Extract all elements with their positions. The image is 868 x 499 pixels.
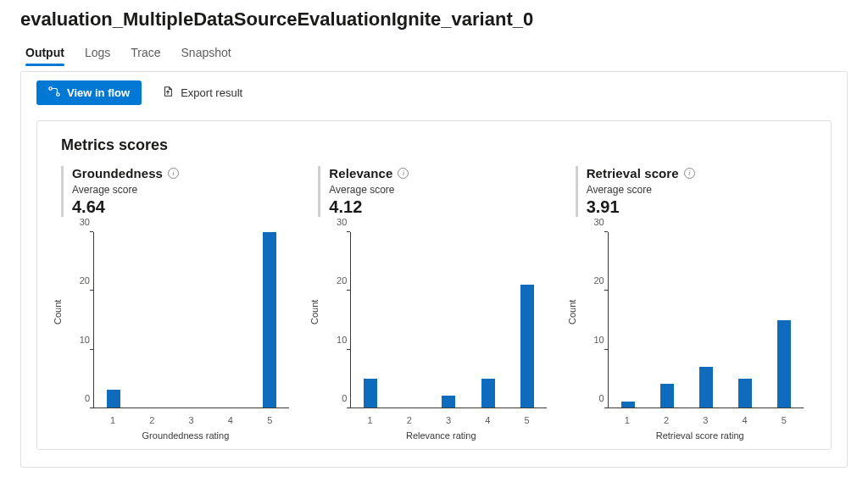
bar	[777, 320, 791, 408]
bar	[738, 379, 752, 408]
export-result-label: Export result	[181, 86, 242, 99]
x-tick-label: 3	[189, 415, 194, 425]
info-icon[interactable]: i	[398, 168, 409, 179]
metric-title-text: Retrieval score	[587, 166, 679, 180]
bar	[481, 379, 495, 408]
avg-score-label: Average score	[587, 184, 807, 196]
info-icon[interactable]: i	[684, 168, 695, 179]
x-tick-label: 2	[149, 415, 154, 425]
tab-logs[interactable]: Logs	[85, 41, 110, 66]
y-tick-label: 20	[576, 275, 604, 286]
x-axis-label: Retrieval score rating	[656, 430, 744, 441]
y-tick-label: 10	[576, 335, 604, 345]
metric-cards: Groundedness i Average score 4.64 010203…	[37, 166, 831, 441]
bar	[442, 396, 455, 408]
x-tick-label: 2	[407, 415, 412, 425]
metric-card-retrieval: Retrieval score i Average score 3.91 010…	[576, 166, 807, 441]
bar	[364, 379, 377, 408]
section-title: Metrics scores	[37, 136, 831, 166]
bar	[520, 285, 534, 408]
avg-score-value: 4.12	[329, 197, 549, 217]
tab-snapshot[interactable]: Snapshot	[181, 41, 231, 66]
y-tick-label: 10	[318, 335, 347, 345]
metric-title: Relevance i	[329, 166, 549, 180]
avg-score-value: 4.64	[72, 197, 292, 217]
bar	[699, 367, 713, 408]
bar	[107, 390, 120, 408]
metric-card-relevance: Relevance i Average score 4.12 010203012…	[318, 166, 549, 441]
y-tick-label: 0	[318, 393, 347, 403]
chart-groundedness: 010203012345CountGroundedness rating	[61, 229, 292, 441]
y-axis-label: Count	[53, 299, 63, 324]
x-tick-label: 1	[625, 415, 630, 425]
metric-title: Retrieval score i	[587, 166, 807, 180]
x-tick-label: 1	[367, 415, 372, 425]
view-in-flow-button[interactable]: View in flow	[36, 80, 142, 105]
x-tick-label: 4	[485, 415, 490, 425]
bar	[660, 384, 674, 408]
export-icon	[162, 86, 174, 100]
avg-score-label: Average score	[72, 184, 292, 196]
page-title: evaluation_MultipleDataSourceEvaluationI…	[0, 0, 868, 36]
x-axis-label: Relevance rating	[406, 430, 476, 441]
metrics-panel: Metrics scores Groundedness i Average sc…	[36, 120, 832, 450]
x-tick-label: 4	[228, 415, 233, 425]
info-icon[interactable]: i	[168, 168, 179, 179]
metric-header: Groundedness i Average score 4.64	[61, 166, 292, 217]
bar	[621, 402, 635, 408]
svg-point-1	[57, 93, 60, 97]
toolbar: View in flow Export result	[21, 72, 847, 114]
metric-title-text: Relevance	[329, 166, 392, 180]
tab-output[interactable]: Output	[25, 41, 64, 66]
y-tick-label: 20	[61, 275, 90, 286]
avg-score-label: Average score	[329, 184, 549, 196]
x-tick-label: 1	[110, 415, 115, 425]
x-tick-label: 2	[664, 415, 669, 425]
metric-title: Groundedness i	[72, 166, 292, 180]
x-tick-label: 4	[743, 415, 748, 425]
flow-icon	[48, 86, 60, 100]
y-axis-label: Count	[309, 299, 320, 324]
x-tick-label: 5	[782, 415, 787, 425]
x-tick-label: 3	[446, 415, 451, 425]
y-tick-label: 0	[61, 393, 90, 403]
y-tick-label: 0	[576, 393, 604, 403]
view-in-flow-label: View in flow	[67, 86, 130, 99]
export-result-button[interactable]: Export result	[159, 80, 246, 105]
metric-card-groundedness: Groundedness i Average score 4.64 010203…	[61, 166, 292, 441]
tab-trace[interactable]: Trace	[131, 41, 160, 66]
output-panel: View in flow Export result Metrics score…	[20, 71, 848, 468]
x-tick-label: 5	[524, 415, 529, 425]
svg-point-0	[49, 87, 53, 91]
y-axis-label: Count	[567, 299, 577, 324]
tabs: Output Logs Trace Snapshot	[0, 36, 868, 66]
y-tick-label: 30	[61, 217, 90, 227]
x-tick-label: 5	[267, 415, 272, 425]
x-tick-label: 3	[703, 415, 708, 425]
y-tick-label: 30	[576, 217, 604, 227]
y-tick-label: 30	[318, 217, 347, 227]
x-axis-label: Groundedness rating	[142, 430, 230, 441]
metric-title-text: Groundedness	[72, 166, 163, 180]
bar	[263, 232, 276, 408]
avg-score-value: 3.91	[587, 197, 807, 217]
metric-header: Retrieval score i Average score 3.91	[576, 166, 807, 217]
chart-relevance: 010203012345CountRelevance rating	[318, 229, 549, 441]
metric-header: Relevance i Average score 4.12	[318, 166, 549, 217]
y-tick-label: 10	[61, 335, 90, 345]
chart-retrieval: 010203012345CountRetrieval score rating	[576, 229, 807, 441]
y-tick-label: 20	[318, 275, 347, 286]
